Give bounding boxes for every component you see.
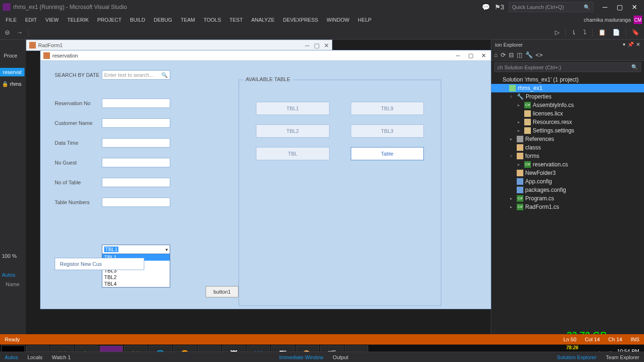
menu-view[interactable]: VIEW [41, 16, 62, 24]
chat-icon[interactable]: 💬 [482, 3, 490, 11]
form-icon [43, 52, 50, 59]
close-icon[interactable]: ✕ [636, 41, 640, 47]
menu-tools[interactable]: TOOLS [200, 16, 225, 24]
menu-project[interactable]: PROJECT [93, 16, 125, 24]
chevron-down-icon: ▾ [165, 247, 168, 252]
table-button-tbl9[interactable]: TBL9 [351, 102, 424, 115]
solution-search-input[interactable]: ch Solution Explorer (Ctrl+;)🔍 [494, 62, 641, 72]
references-node[interactable]: ▸References [491, 135, 644, 143]
menu-team[interactable]: TEAM [177, 16, 199, 24]
radform-minimize-button[interactable]: ─ [305, 42, 309, 49]
refresh-icon[interactable]: ⟳ [501, 51, 506, 58]
settings-node[interactable]: ▸Settings.settings [491, 126, 644, 135]
tab-autos[interactable]: Autos [0, 353, 23, 362]
properties-node[interactable]: ▿🔧Properties [491, 92, 644, 101]
table-button-tbl1[interactable]: TBL1 [256, 102, 330, 115]
resources-node[interactable]: ▸Resources.resx [491, 118, 644, 126]
menu-help[interactable]: HELP [354, 16, 375, 24]
pin-icon[interactable]: 📌 [627, 41, 634, 47]
radform-close-button[interactable]: ✕ [324, 42, 329, 49]
solution-root[interactable]: Solution 'rhms_ex1' (1 project) [491, 75, 644, 84]
newfolder3[interactable]: NewFolder3 [491, 169, 644, 177]
menu-debug[interactable]: DEBUG [150, 16, 176, 24]
menu-analyze[interactable]: ANALYZE [248, 16, 278, 24]
customer-name-input[interactable] [102, 118, 170, 128]
minimize-button[interactable]: ─ [598, 3, 611, 11]
menu-devexpress[interactable]: DEVEXPRESS [279, 16, 322, 24]
data-time-label: Data Time [55, 140, 102, 146]
menu-window[interactable]: WINDOW [323, 16, 353, 24]
view-code-icon[interactable]: <> [536, 51, 543, 58]
no-guest-input[interactable] [102, 158, 170, 167]
collapse-icon[interactable]: ⊟ [509, 51, 514, 58]
button1-button[interactable]: button1 [206, 286, 239, 297]
reservation-close-button[interactable]: ✕ [479, 52, 488, 59]
no-table-input[interactable] [102, 178, 170, 187]
classs-folder[interactable]: classs [491, 143, 644, 152]
partial-tree-label: 🔒 rhms [2, 81, 22, 87]
search-icon: 🔍 [631, 64, 638, 70]
user-avatar[interactable]: CM [634, 16, 642, 24]
tab-immediate[interactable]: Immediate Window [274, 353, 328, 362]
reservation-no-input[interactable] [102, 99, 170, 108]
no-guest-label: No Guest [55, 160, 102, 165]
tab-watch[interactable]: Watch 1 [47, 353, 75, 362]
program-cs[interactable]: ▸C#Program.cs [491, 194, 644, 203]
project-node[interactable]: ▿rhms_ex1 [491, 84, 644, 92]
reservation-minimize-button[interactable]: ─ [454, 52, 462, 59]
step-over-icon[interactable]: ⤵ [581, 28, 588, 37]
dropdown-icon[interactable]: ▾ [623, 41, 626, 47]
assemblyinfo-node[interactable]: ▸C#AssemblyInfo.cs [491, 101, 644, 109]
search-icon: 🔍 [584, 4, 590, 10]
doc-tab-reservation[interactable]: reservat [0, 68, 25, 76]
user-name[interactable]: chamika maduranga [584, 17, 631, 23]
radform-maximize-button[interactable]: ▢ [314, 42, 320, 49]
show-all-icon[interactable]: ◫ [517, 51, 522, 58]
properties-icon[interactable]: 🔧 [525, 51, 533, 58]
packages-node[interactable]: packages.config [491, 186, 644, 194]
copy-icon[interactable]: 📋 [596, 28, 608, 37]
notifications-flag[interactable]: ⚑3 [495, 3, 504, 11]
available-table-group: AVAILABLE TABLE TBL1 TBL9 TBL2 TBL3 TBL … [239, 80, 441, 306]
continue-icon[interactable]: ▷ [553, 28, 561, 37]
step-icon[interactable]: ⤹ [570, 28, 578, 37]
maximize-button[interactable]: ▢ [613, 3, 627, 11]
radform1-window[interactable]: RadForm1 ─ ▢ ✕ [26, 40, 332, 51]
combo-option[interactable]: TBL2 [102, 274, 170, 280]
menu-edit[interactable]: EDIT [21, 16, 41, 24]
tab-locals[interactable]: Locals [23, 353, 47, 362]
menu-file[interactable]: FILE [2, 16, 20, 24]
forms-folder[interactable]: ▿forms [491, 152, 644, 160]
tab-team-explorer[interactable]: Team Explorer [601, 353, 644, 362]
register-new-customer-button[interactable]: Registor New Cus [55, 258, 144, 270]
bookmark-icon[interactable]: 🔖 [630, 28, 641, 37]
zoom-label[interactable]: 100 % [2, 253, 17, 259]
nav-back-icon[interactable]: ⊝ [3, 28, 12, 37]
quick-launch-input[interactable]: Quick Launch (Ctrl+Q)🔍 [509, 2, 594, 12]
nav-fwd-icon[interactable]: → [15, 28, 25, 37]
data-time-input[interactable] [102, 138, 170, 148]
tab-output[interactable]: Output [328, 353, 353, 362]
autos-panel-title[interactable]: Autos [2, 272, 15, 278]
close-button[interactable]: ✕ [628, 3, 641, 11]
table-numbers-input[interactable] [102, 197, 170, 207]
solution-toolbar: ⌂ ⟳ ⊟ ◫ 🔧 <> [491, 49, 644, 61]
table-button-tbl3[interactable]: TBL3 [351, 124, 424, 138]
home-icon[interactable]: ⌂ [494, 51, 498, 58]
licenses-node[interactable]: licenses.licx [491, 109, 644, 118]
table-button-tbl[interactable]: TBL [256, 147, 330, 160]
menu-test[interactable]: TEST [226, 16, 247, 24]
appconfig-node[interactable]: App.config [491, 177, 644, 186]
menu-build[interactable]: BUILD [126, 16, 149, 24]
solution-explorer: ion Explorer ▾📌✕ ⌂ ⟳ ⊟ ◫ 🔧 <> ch Solutio… [491, 40, 644, 334]
paste-icon[interactable]: 📄 [611, 28, 622, 37]
table-button-tbl2[interactable]: TBL2 [256, 124, 330, 138]
search-by-date-input[interactable]: Enter text to search... 🔍 [102, 70, 170, 80]
reservation-maximize-button[interactable]: ▢ [467, 52, 475, 59]
reservation-cs[interactable]: ▸C#reservation.cs [491, 160, 644, 169]
tab-solution-explorer[interactable]: Solution Explorer [552, 353, 601, 362]
menu-telerik[interactable]: TELERIK [63, 16, 92, 24]
combo-option[interactable]: TBL4 [102, 280, 170, 287]
table-button-table[interactable]: Table [351, 147, 424, 160]
radform1-cs[interactable]: ▸C#RadForm1.cs [491, 203, 644, 211]
